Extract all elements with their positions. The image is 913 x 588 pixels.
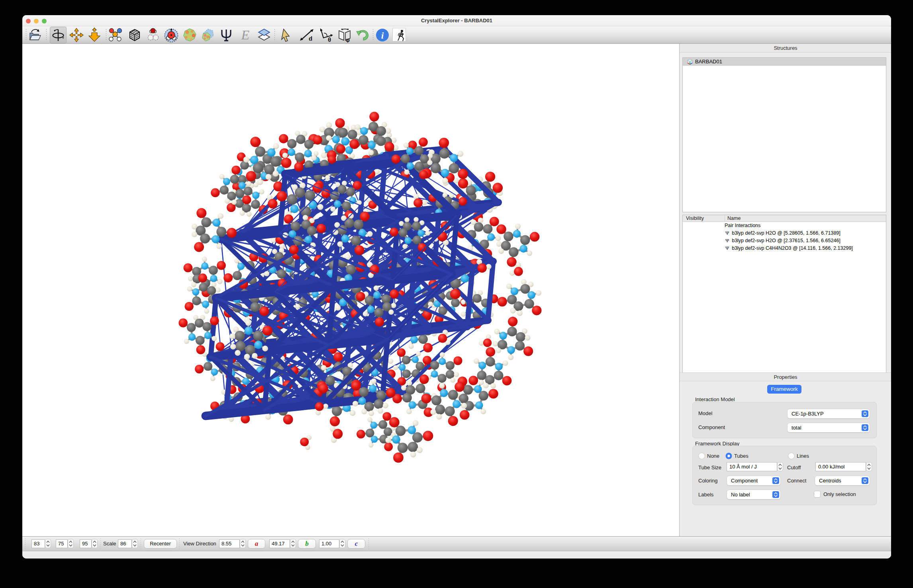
svg-text:d: d xyxy=(309,35,312,42)
svg-text:φ: φ xyxy=(346,37,350,43)
svg-text:i: i xyxy=(381,30,384,41)
svg-text:θ: θ xyxy=(328,36,331,43)
